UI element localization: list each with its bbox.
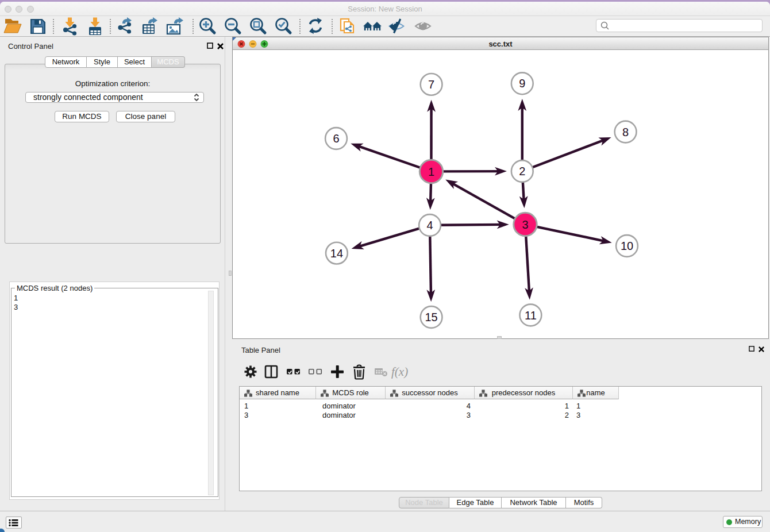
svg-text:11: 11 xyxy=(525,309,537,322)
svg-text:1: 1 xyxy=(428,165,434,178)
svg-text:3: 3 xyxy=(522,218,528,231)
svg-text:9: 9 xyxy=(519,77,525,90)
svg-text:14: 14 xyxy=(330,247,343,260)
svg-text:6: 6 xyxy=(333,132,339,145)
svg-text:10: 10 xyxy=(621,240,633,252)
svg-text:8: 8 xyxy=(622,126,629,138)
svg-text:4: 4 xyxy=(426,219,433,232)
svg-text:f(x): f(x) xyxy=(391,365,408,379)
svg-text:7: 7 xyxy=(428,78,434,91)
svg-text:2: 2 xyxy=(519,165,525,178)
svg-text:15: 15 xyxy=(425,311,437,323)
